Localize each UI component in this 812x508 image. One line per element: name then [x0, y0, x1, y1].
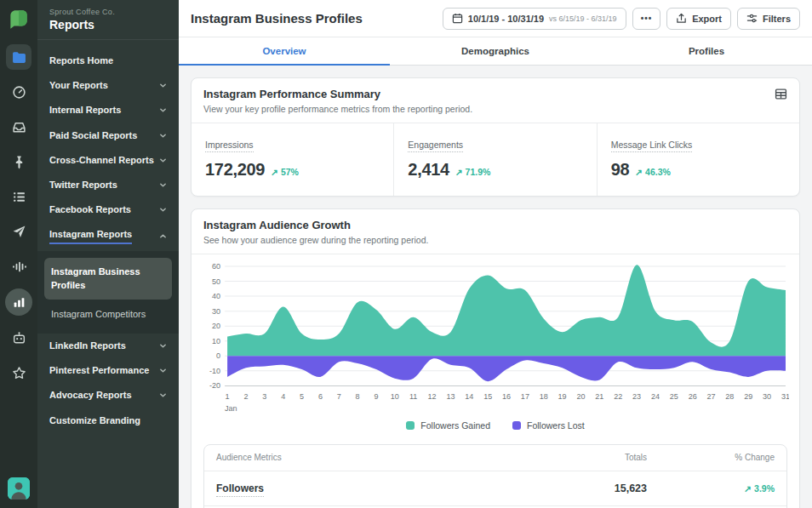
- svg-text:40: 40: [212, 292, 220, 300]
- svg-text:4: 4: [281, 392, 285, 401]
- tab-profiles[interactable]: Profiles: [601, 37, 812, 65]
- metric-label[interactable]: Engagements: [408, 140, 463, 152]
- svg-text:23: 23: [632, 392, 641, 401]
- sidebar-item-pinterest-performance[interactable]: Pinterest Performance: [37, 358, 179, 383]
- audience-growth-card: Instagram Audience Growth See how your a…: [191, 208, 800, 508]
- svg-text:0: 0: [216, 351, 220, 360]
- filters-icon: [746, 13, 758, 24]
- row-change: ↗ 3.9%: [647, 483, 775, 494]
- sidebar-item-linkedin-reports[interactable]: LinkedIn Reports: [37, 334, 179, 358]
- svg-text:-20: -20: [209, 381, 220, 390]
- chevron-down-icon: [159, 82, 167, 89]
- svg-text:20: 20: [576, 392, 585, 401]
- sidebar-item-instagram-reports[interactable]: Instagram Reports: [37, 222, 179, 250]
- main-area: Instagram Business Profiles 10/1/19 - 10…: [179, 0, 812, 508]
- trend-up-icon: ↗: [271, 167, 278, 177]
- svg-text:24: 24: [651, 392, 660, 401]
- feed-icon[interactable]: [6, 184, 31, 209]
- tab-overview[interactable]: Overview: [179, 37, 390, 65]
- chart-legend: Followers GainedFollowers Lost: [192, 415, 799, 442]
- growth-title: Instagram Audience Growth: [203, 219, 428, 231]
- gauge-icon[interactable]: [6, 79, 31, 105]
- metric-label[interactable]: Impressions: [205, 140, 254, 152]
- sidebar-item-customize-branding[interactable]: Customize Branding: [37, 408, 179, 433]
- growth-chart-wrap: 6050403020100-10-20123456789101112131415…: [192, 254, 799, 415]
- rail-icon-list: [5, 44, 32, 385]
- row-total: 15,623: [502, 482, 647, 494]
- user-avatar[interactable]: [8, 477, 30, 499]
- svg-text:8: 8: [356, 392, 360, 401]
- bot-icon[interactable]: [6, 325, 31, 351]
- sidebar-item-twitter-reports[interactable]: Twitter Reports: [37, 173, 179, 197]
- sidebar-item-reports-home[interactable]: Reports Home: [37, 49, 179, 73]
- chevron-down-icon: [159, 181, 167, 189]
- metric-message-link-clicks: Message Link Clicks98↗ 46.3%: [597, 123, 799, 196]
- svg-text:3: 3: [262, 392, 266, 401]
- svg-text:7: 7: [337, 392, 341, 401]
- metric-label[interactable]: Message Link Clicks: [611, 140, 693, 152]
- account-name: Sprout Coffee Co.: [49, 8, 167, 16]
- metric-value: 2,414: [408, 160, 449, 180]
- svg-text:26: 26: [689, 392, 697, 401]
- app-window: Sprout Coffee Co. Reports Reports HomeYo…: [0, 0, 812, 508]
- svg-text:14: 14: [465, 392, 473, 401]
- growth-card-header: Instagram Audience Growth See how your a…: [192, 209, 799, 254]
- metric-change: ↗ 46.3%: [635, 167, 671, 177]
- bar-chart-icon[interactable]: [5, 288, 32, 316]
- chevron-down-icon: [159, 206, 167, 214]
- advocacy-star-icon[interactable]: [6, 360, 31, 385]
- sidebar-item-cross-channel-reports[interactable]: Cross-Channel Reports: [37, 148, 179, 173]
- sprout-logo[interactable]: [6, 7, 31, 32]
- compare-range-label: vs 6/15/19 - 6/31/19: [549, 14, 617, 23]
- sidebar-item-facebook-reports[interactable]: Facebook Reports: [37, 197, 179, 222]
- legend-swatch: [406, 421, 415, 430]
- date-range-label: 10/1/19 - 10/31/19: [468, 14, 544, 24]
- table-view-icon[interactable]: [775, 88, 787, 114]
- sidebar-item-instagram-competitors[interactable]: Instagram Competitors: [44, 300, 172, 329]
- svg-text:18: 18: [540, 392, 548, 401]
- svg-text:11: 11: [409, 392, 417, 401]
- svg-text:30: 30: [212, 307, 220, 316]
- legend-followers-gained[interactable]: Followers Gained: [406, 420, 490, 431]
- chevron-down-icon: [159, 157, 167, 164]
- sidebar-nav: Reports HomeYour ReportsInternal Reports…: [37, 40, 179, 433]
- listening-icon[interactable]: [6, 254, 31, 279]
- filters-button[interactable]: Filters: [737, 8, 800, 30]
- sidebar-item-internal-reports[interactable]: Internal Reports: [37, 98, 179, 123]
- performance-summary-card: Instagram Performance Summary View your …: [191, 77, 800, 197]
- paper-plane-icon[interactable]: [6, 219, 31, 244]
- legend-swatch: [512, 421, 521, 430]
- sidebar-item-instagram-business-profiles[interactable]: Instagram Business Profiles: [44, 258, 172, 300]
- summary-card-header: Instagram Performance Summary View your …: [192, 78, 799, 123]
- filters-label: Filters: [763, 14, 791, 24]
- metric-impressions: Impressions172,209↗ 57%: [192, 123, 393, 196]
- pin-icon[interactable]: [6, 149, 31, 174]
- svg-text:6: 6: [318, 392, 323, 401]
- export-button[interactable]: Export: [666, 8, 731, 30]
- audience-growth-chart: 6050403020100-10-20123456789101112131415…: [202, 261, 789, 415]
- metric-value: 98: [611, 160, 630, 180]
- sidebar-header: Sprout Coffee Co. Reports: [37, 0, 179, 40]
- icon-rail: [0, 0, 37, 508]
- svg-text:10: 10: [391, 392, 399, 401]
- row-metric-label[interactable]: Followers: [216, 482, 264, 497]
- calendar-icon: [452, 13, 463, 24]
- sidebar-item-advocacy-reports[interactable]: Advocacy Reports: [37, 383, 179, 408]
- reports-sidebar: Sprout Coffee Co. Reports Reports HomeYo…: [37, 0, 179, 508]
- tab-demographics[interactable]: Demographics: [390, 37, 601, 65]
- export-icon: [676, 13, 687, 24]
- folder-icon[interactable]: [6, 44, 31, 70]
- page-header: Instagram Business Profiles 10/1/19 - 10…: [179, 0, 812, 37]
- svg-text:27: 27: [707, 392, 716, 401]
- more-options-button[interactable]: •••: [632, 8, 661, 30]
- sidebar-item-your-reports[interactable]: Your Reports: [37, 73, 179, 98]
- inbox-icon[interactable]: [6, 114, 31, 140]
- chevron-down-icon: [159, 367, 167, 374]
- svg-text:60: 60: [212, 262, 220, 271]
- date-range-button[interactable]: 10/1/19 - 10/31/19 vs 6/15/19 - 6/31/19: [443, 8, 626, 30]
- table-header-row: Audience Metrics Totals % Change: [204, 445, 786, 471]
- audience-metrics-table: Audience Metrics Totals % Change Followe…: [203, 444, 787, 508]
- legend-followers-lost[interactable]: Followers Lost: [512, 420, 585, 431]
- svg-text:1: 1: [226, 392, 230, 401]
- sidebar-item-paid-social-reports[interactable]: Paid Social Reports: [37, 123, 179, 148]
